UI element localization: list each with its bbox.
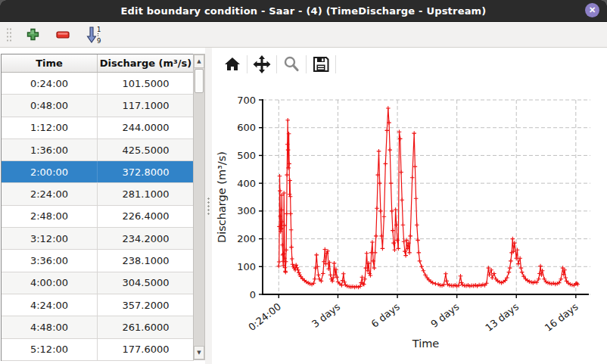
time-cell[interactable]: 2:48:00 bbox=[2, 206, 98, 227]
close-button[interactable]: ✕ bbox=[585, 3, 599, 17]
column-header-time[interactable]: Time bbox=[2, 54, 98, 72]
svg-text:9: 9 bbox=[97, 37, 101, 44]
discharge-cell[interactable]: 244.0000 bbox=[98, 117, 194, 138]
discharge-cell[interactable]: 261.6000 bbox=[98, 316, 194, 338]
y-tick-label: 700 bbox=[237, 95, 256, 106]
y-tick-label: 0 bbox=[250, 289, 256, 300]
plot-pan-button[interactable] bbox=[249, 53, 275, 76]
discharge-series-markers bbox=[277, 106, 581, 289]
add-row-button[interactable] bbox=[23, 25, 42, 45]
main-content: Time Discharge (m³/s) 0:24:00101.50000:4… bbox=[0, 48, 607, 364]
discharge-cell[interactable]: 238.1000 bbox=[98, 250, 194, 271]
close-icon: ✕ bbox=[589, 6, 596, 14]
delete-row-button[interactable] bbox=[53, 25, 73, 45]
minus-icon bbox=[56, 31, 70, 39]
table-row[interactable]: 2:24:00281.1000 bbox=[2, 183, 194, 205]
plot-zoom-button[interactable] bbox=[279, 53, 304, 76]
time-cell[interactable]: 3:12:00 bbox=[2, 228, 98, 249]
table-row[interactable]: 0:48:00117.1000 bbox=[2, 95, 194, 117]
plot-home-button[interactable] bbox=[219, 53, 245, 76]
table-row[interactable]: 1:12:00244.0000 bbox=[2, 117, 194, 139]
table-row[interactable]: 4:48:00261.6000 bbox=[2, 316, 194, 338]
window-title: Edit boundary condition - Saar - (4) (Ti… bbox=[120, 5, 486, 17]
table-row[interactable]: 5:12:00177.6000 bbox=[2, 339, 194, 361]
toolbar-separator bbox=[247, 55, 247, 73]
plot-save-button[interactable] bbox=[308, 53, 334, 76]
discharge-time-plot[interactable]: 01002003004005006007000:24:003 days6 day… bbox=[212, 80, 607, 364]
time-cell[interactable]: 3:36:00 bbox=[2, 250, 98, 271]
plus-icon bbox=[26, 28, 39, 41]
discharge-cell[interactable]: 304.5000 bbox=[98, 272, 194, 294]
table-row[interactable]: 3:12:00234.2000 bbox=[2, 228, 194, 250]
svg-text:1: 1 bbox=[97, 26, 101, 33]
time-cell[interactable]: 5:12:00 bbox=[2, 339, 98, 360]
home-icon bbox=[223, 55, 241, 73]
table-scrollbar[interactable]: ▲ ▼ bbox=[193, 54, 205, 360]
time-cell[interactable]: 0:48:00 bbox=[2, 95, 98, 116]
table-row[interactable]: 4:24:00357.2000 bbox=[2, 294, 194, 316]
y-tick-label: 500 bbox=[237, 150, 256, 161]
table-row[interactable]: 1:36:00425.5000 bbox=[2, 139, 194, 161]
discharge-cell[interactable]: 226.4000 bbox=[98, 206, 194, 227]
x-tick-label: 6 days bbox=[369, 300, 402, 329]
toolbar-separator bbox=[335, 55, 336, 73]
toolbar-grip-handle[interactable] bbox=[6, 27, 12, 42]
y-tick-label: 100 bbox=[237, 261, 256, 272]
table-row[interactable]: 4:00:00304.5000 bbox=[2, 272, 194, 294]
timeseries-table-panel: Time Discharge (m³/s) 0:24:00101.50000:4… bbox=[0, 48, 205, 364]
toolbar-separator bbox=[276, 55, 277, 73]
discharge-cell[interactable]: 281.1000 bbox=[98, 183, 194, 204]
sort-rows-button[interactable]: 1 9 bbox=[83, 25, 103, 45]
discharge-cell[interactable]: 101.5000 bbox=[98, 73, 194, 94]
row-edit-toolbar: 1 9 bbox=[0, 22, 607, 48]
magnifier-icon bbox=[282, 55, 300, 73]
toolbar-separator bbox=[306, 55, 307, 73]
discharge-cell[interactable]: 177.6000 bbox=[98, 339, 194, 360]
time-cell[interactable]: 2:00:00 bbox=[2, 161, 98, 182]
panel-splitter[interactable] bbox=[205, 48, 212, 364]
table-row[interactable]: 2:48:00226.4000 bbox=[2, 206, 194, 228]
plot-toolbar bbox=[212, 48, 607, 80]
table-row[interactable]: 0:24:00101.5000 bbox=[2, 73, 194, 95]
table-row[interactable]: 2:00:00372.8000 bbox=[2, 161, 194, 183]
triangle-up-icon: ▲ bbox=[197, 58, 201, 64]
chart-panel: 01002003004005006007000:24:003 days6 day… bbox=[212, 48, 607, 364]
x-tick-label: 13 days bbox=[483, 300, 521, 334]
time-cell[interactable]: 4:48:00 bbox=[2, 316, 98, 338]
pan-arrows-icon bbox=[252, 54, 272, 74]
discharge-cell[interactable]: 425.5000 bbox=[98, 139, 194, 160]
time-cell[interactable]: 2:24:00 bbox=[2, 183, 98, 204]
time-cell[interactable]: 1:36:00 bbox=[2, 139, 98, 160]
timeseries-table: Time Discharge (m³/s) 0:24:00101.50000:4… bbox=[1, 54, 194, 361]
y-axis-label: Discharge (m³/s) bbox=[216, 151, 228, 243]
time-cell[interactable]: 4:00:00 bbox=[2, 272, 98, 294]
y-tick-label: 400 bbox=[237, 178, 256, 189]
y-tick-label: 300 bbox=[237, 205, 256, 216]
y-tick-label: 200 bbox=[237, 233, 256, 244]
table-row[interactable]: 3:36:00238.1000 bbox=[2, 250, 194, 272]
sort-ascending-1-9-icon: 1 9 bbox=[85, 26, 101, 44]
discharge-cell[interactable]: 357.2000 bbox=[98, 294, 194, 316]
floppy-save-icon bbox=[312, 55, 330, 73]
time-cell[interactable]: 4:24:00 bbox=[2, 294, 98, 316]
table-header-row: Time Discharge (m³/s) bbox=[2, 54, 194, 73]
scrollbar-thumb[interactable] bbox=[195, 69, 204, 93]
triangle-down-icon: ▼ bbox=[197, 350, 201, 356]
table-body: 0:24:00101.50000:48:00117.10001:12:00244… bbox=[2, 73, 194, 361]
scroll-up-button[interactable]: ▲ bbox=[194, 54, 204, 68]
x-tick-label: 3 days bbox=[310, 300, 342, 329]
discharge-cell[interactable]: 372.8000 bbox=[98, 161, 194, 182]
x-tick-label: 0:24:00 bbox=[246, 301, 283, 334]
time-cell[interactable]: 0:24:00 bbox=[2, 73, 98, 94]
scroll-down-button[interactable]: ▼ bbox=[194, 346, 204, 359]
time-cell[interactable]: 1:12:00 bbox=[2, 117, 98, 138]
x-axis-label: Time bbox=[412, 338, 440, 350]
discharge-cell[interactable]: 117.1000 bbox=[98, 95, 194, 116]
discharge-cell[interactable]: 234.2000 bbox=[98, 228, 194, 249]
column-header-discharge[interactable]: Discharge (m³/s) bbox=[98, 54, 194, 72]
y-tick-label: 600 bbox=[237, 122, 256, 133]
x-tick-label: 16 days bbox=[543, 300, 581, 334]
splitter-handle-icon bbox=[207, 197, 210, 216]
edit-boundary-condition-window: Edit boundary condition - Saar - (4) (Ti… bbox=[0, 0, 607, 364]
scrollbar-track[interactable] bbox=[194, 94, 204, 346]
